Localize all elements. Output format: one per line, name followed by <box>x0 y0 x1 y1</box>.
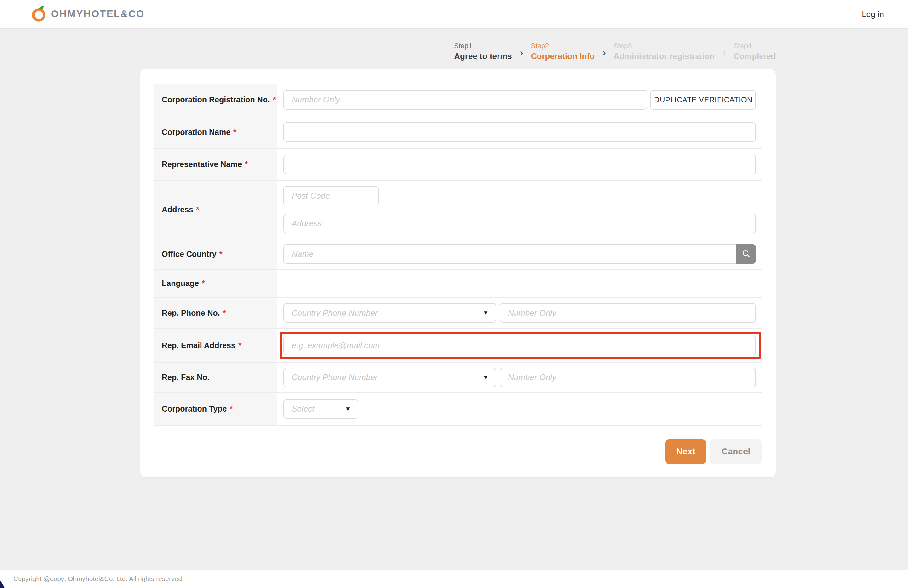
step-number: Step2 <box>531 42 595 50</box>
row-office-country: Office Country * <box>154 239 762 270</box>
corporation-info-form: Corporation Registration No. * DUPLICATE… <box>154 84 762 426</box>
step-label: Administrator registration <box>613 51 715 61</box>
field-label: Rep. Phone No. * <box>154 298 277 328</box>
logo-orange-fruit-icon <box>30 5 47 23</box>
footer: Copyright @copy; Ohmyhotel&Co. Ltd. All … <box>0 570 908 588</box>
step-4-completed: Step4 Completed <box>734 42 776 61</box>
address-input[interactable] <box>283 214 756 233</box>
chevron-right-icon: › <box>602 47 606 58</box>
caret-down-icon: ▼ <box>483 374 489 381</box>
fax-country-code-dropdown[interactable]: Country Phone Number ▼ <box>283 368 496 387</box>
phone-number-input[interactable] <box>500 303 756 323</box>
step-number: Step4 <box>734 42 776 50</box>
row-corporation-type: Corporation Type * Select ▼ <box>154 393 762 426</box>
phone-country-code-dropdown[interactable]: Country Phone Number ▼ <box>283 303 496 323</box>
copyright-text: Copyright @copy; Ohmyhotel&Co. Ltd. All … <box>13 575 184 583</box>
chevron-right-icon: › <box>520 47 523 58</box>
form-actions: Next Cancel <box>154 439 762 464</box>
required-asterisk: * <box>273 95 276 104</box>
row-rep-fax-no: Rep. Fax No. Country Phone Number ▼ <box>154 363 762 393</box>
row-corporation-name: Corporation Name * <box>154 116 762 149</box>
step-3-administrator-registration: Step3 Administrator registration <box>613 42 715 61</box>
rep-email-address-input[interactable] <box>283 336 756 355</box>
field-label: Rep. Fax No. <box>154 363 277 392</box>
field-label: Representative Name * <box>154 149 277 180</box>
row-address: Address * <box>154 181 762 239</box>
field-label: Office Country * <box>154 239 277 269</box>
language-empty-cell <box>277 270 762 297</box>
cancel-button[interactable]: Cancel <box>710 439 762 464</box>
step-2-corporation-info: Step2 Corperation Info <box>531 42 595 61</box>
required-asterisk: * <box>238 341 241 350</box>
fax-number-input[interactable] <box>500 368 756 387</box>
next-button[interactable]: Next <box>665 439 706 464</box>
row-corporation-registration-no: Corporation Registration No. * DUPLICATE… <box>154 84 762 116</box>
step-label: Agree to terms <box>454 51 512 61</box>
row-representative-name: Representative Name * <box>154 149 762 181</box>
field-label: Rep. Email Address * <box>154 329 277 362</box>
country-search-button[interactable] <box>736 244 756 264</box>
step-label: Corperation Info <box>531 51 595 61</box>
logo-text: OHMYHOTEL&CO <box>51 8 145 20</box>
row-language: Language * <box>154 270 762 298</box>
corporation-info-card: Corporation Registration No. * DUPLICATE… <box>140 69 776 478</box>
required-asterisk: * <box>202 279 205 288</box>
step-label: Completed <box>734 51 776 61</box>
required-asterisk: * <box>196 205 199 214</box>
search-icon <box>741 249 751 260</box>
caret-down-icon: ▼ <box>345 406 351 413</box>
post-code-input[interactable] <box>283 186 378 206</box>
field-label: Language * <box>154 270 277 297</box>
duplicate-verification-button[interactable]: DUPLICATE VERIFICATION <box>650 90 756 110</box>
corporation-type-select[interactable]: Select ▼ <box>283 399 359 419</box>
field-label: Corporation Type * <box>154 393 277 426</box>
corporation-registration-no-input[interactable] <box>283 90 647 110</box>
step-number: Step1 <box>454 42 512 50</box>
required-asterisk: * <box>230 404 233 413</box>
field-label: Corporation Name * <box>154 116 277 148</box>
required-asterisk: * <box>233 128 237 137</box>
required-asterisk: * <box>219 249 222 259</box>
corner-cursor-shape <box>0 580 6 588</box>
field-label: Corporation Registration No. * <box>154 84 277 116</box>
field-label: Address * <box>154 181 277 239</box>
step-number: Step3 <box>613 42 715 50</box>
row-rep-phone-no: Rep. Phone No. * Country Phone Number ▼ <box>154 298 762 329</box>
step-1-agree-to-terms: Step1 Agree to terms <box>454 42 512 61</box>
registration-stepper: Step1 Agree to terms › Step2 Corperation… <box>140 42 776 61</box>
office-country-input[interactable] <box>283 244 756 264</box>
required-asterisk: * <box>245 160 248 169</box>
caret-down-icon: ▼ <box>483 309 489 316</box>
corporation-name-input[interactable] <box>283 122 756 142</box>
login-link[interactable]: Log in <box>862 10 884 19</box>
top-bar: OHMYHOTEL&CO Log in <box>0 0 908 29</box>
required-asterisk: * <box>223 308 226 318</box>
logo[interactable]: OHMYHOTEL&CO <box>30 5 145 23</box>
row-rep-email-address: Rep. Email Address * <box>154 329 762 363</box>
representative-name-input[interactable] <box>283 155 756 174</box>
red-highlight-box <box>280 332 761 359</box>
chevron-right-icon: › <box>722 47 726 58</box>
